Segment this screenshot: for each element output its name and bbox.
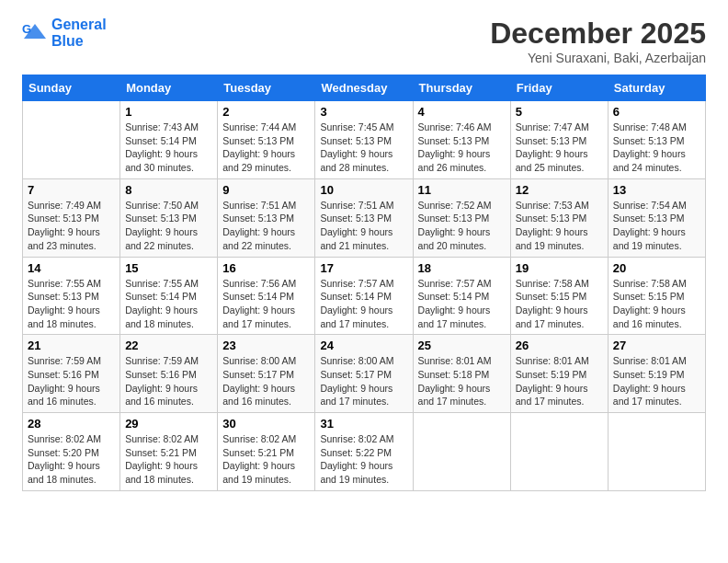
calendar-cell: 17Sunrise: 7:57 AMSunset: 5:14 PMDayligh… (315, 257, 413, 335)
header-day: Friday (510, 75, 608, 101)
calendar-cell: 4Sunrise: 7:46 AMSunset: 5:13 PMDaylight… (413, 101, 510, 179)
calendar-week-row: 21Sunrise: 7:59 AMSunset: 5:16 PMDayligh… (23, 335, 706, 413)
day-detail: Sunrise: 7:50 AMSunset: 5:13 PMDaylight:… (125, 199, 212, 253)
day-number: 14 (28, 261, 115, 275)
day-detail: Sunrise: 8:01 AMSunset: 5:19 PMDaylight:… (516, 354, 603, 408)
day-number: 8 (125, 183, 212, 197)
day-detail: Sunrise: 7:47 AMSunset: 5:13 PMDaylight:… (516, 121, 603, 175)
calendar-cell: 30Sunrise: 8:02 AMSunset: 5:21 PMDayligh… (218, 413, 315, 491)
page: G General Blue December 2025 Yeni Suraxa… (0, 0, 728, 502)
day-detail: Sunrise: 8:00 AMSunset: 5:17 PMDaylight:… (222, 354, 310, 408)
header-day: Tuesday (218, 75, 315, 101)
calendar-cell: 10Sunrise: 7:51 AMSunset: 5:13 PMDayligh… (315, 178, 413, 257)
day-detail: Sunrise: 8:00 AMSunset: 5:17 PMDaylight:… (320, 354, 407, 408)
day-detail: Sunrise: 7:43 AMSunset: 5:14 PMDaylight:… (125, 121, 212, 175)
day-number: 27 (613, 339, 700, 352)
logo-icon: G (22, 20, 48, 46)
day-detail: Sunrise: 7:49 AMSunset: 5:13 PMDaylight:… (28, 199, 115, 253)
calendar-cell: 28Sunrise: 8:02 AMSunset: 5:20 PMDayligh… (23, 413, 120, 491)
day-number: 12 (516, 183, 603, 197)
calendar-cell: 24Sunrise: 8:00 AMSunset: 5:17 PMDayligh… (315, 335, 413, 413)
day-detail: Sunrise: 7:51 AMSunset: 5:13 PMDaylight:… (222, 199, 310, 253)
day-number: 26 (516, 339, 603, 352)
day-detail: Sunrise: 8:02 AMSunset: 5:20 PMDaylight:… (28, 432, 115, 487)
calendar-week-row: 14Sunrise: 7:55 AMSunset: 5:13 PMDayligh… (23, 257, 706, 335)
day-number: 9 (222, 183, 310, 197)
day-detail: Sunrise: 7:57 AMSunset: 5:14 PMDaylight:… (418, 277, 506, 331)
day-number: 2 (222, 105, 310, 119)
calendar-cell: 1Sunrise: 7:43 AMSunset: 5:14 PMDaylight… (120, 101, 218, 179)
day-number: 19 (516, 261, 603, 275)
day-number: 1 (125, 105, 212, 119)
day-number: 15 (125, 261, 212, 275)
day-detail: Sunrise: 7:54 AMSunset: 5:13 PMDaylight:… (613, 199, 700, 253)
day-detail: Sunrise: 7:52 AMSunset: 5:13 PMDaylight:… (418, 199, 506, 253)
day-detail: Sunrise: 7:44 AMSunset: 5:13 PMDaylight:… (222, 121, 310, 175)
day-number: 29 (125, 417, 212, 431)
header-row: SundayMondayTuesdayWednesdayThursdayFrid… (23, 75, 706, 101)
logo-line1: General (51, 17, 107, 33)
header: G General Blue December 2025 Yeni Suraxa… (22, 17, 706, 65)
day-detail: Sunrise: 7:55 AMSunset: 5:13 PMDaylight:… (28, 277, 115, 331)
calendar-cell: 2Sunrise: 7:44 AMSunset: 5:13 PMDaylight… (218, 101, 315, 179)
day-number: 3 (320, 105, 407, 119)
calendar-cell (23, 101, 120, 179)
calendar-week-row: 7Sunrise: 7:49 AMSunset: 5:13 PMDaylight… (23, 178, 706, 257)
day-number: 28 (28, 417, 115, 431)
calendar-table: SundayMondayTuesdayWednesdayThursdayFrid… (22, 75, 706, 491)
calendar-cell: 11Sunrise: 7:52 AMSunset: 5:13 PMDayligh… (413, 178, 510, 257)
calendar-cell: 31Sunrise: 8:02 AMSunset: 5:22 PMDayligh… (315, 413, 413, 491)
day-number: 25 (418, 339, 506, 352)
calendar-cell: 27Sunrise: 8:01 AMSunset: 5:19 PMDayligh… (608, 335, 705, 413)
header-day: Saturday (608, 75, 705, 101)
day-detail: Sunrise: 7:46 AMSunset: 5:13 PMDaylight:… (418, 121, 506, 175)
calendar-cell: 5Sunrise: 7:47 AMSunset: 5:13 PMDaylight… (510, 101, 608, 179)
header-day: Monday (120, 75, 218, 101)
calendar-cell: 3Sunrise: 7:45 AMSunset: 5:13 PMDaylight… (315, 101, 413, 179)
title-area: December 2025 Yeni Suraxani, Baki, Azerb… (490, 17, 706, 65)
calendar-cell (510, 413, 608, 491)
calendar-cell: 25Sunrise: 8:01 AMSunset: 5:18 PMDayligh… (413, 335, 510, 413)
day-detail: Sunrise: 7:48 AMSunset: 5:13 PMDaylight:… (613, 121, 700, 175)
calendar-cell: 21Sunrise: 7:59 AMSunset: 5:16 PMDayligh… (23, 335, 120, 413)
calendar-cell: 18Sunrise: 7:57 AMSunset: 5:14 PMDayligh… (413, 257, 510, 335)
calendar-cell: 13Sunrise: 7:54 AMSunset: 5:13 PMDayligh… (608, 178, 705, 257)
day-number: 20 (613, 261, 700, 275)
day-number: 22 (125, 339, 212, 352)
day-number: 17 (320, 261, 407, 275)
day-number: 16 (222, 261, 310, 275)
day-number: 4 (418, 105, 506, 119)
day-detail: Sunrise: 8:01 AMSunset: 5:18 PMDaylight:… (418, 354, 506, 408)
day-detail: Sunrise: 7:51 AMSunset: 5:13 PMDaylight:… (320, 199, 407, 253)
location: Yeni Suraxani, Baki, Azerbaijan (490, 51, 706, 65)
day-number: 11 (418, 183, 506, 197)
day-detail: Sunrise: 7:59 AMSunset: 5:16 PMDaylight:… (28, 354, 115, 408)
calendar-cell (413, 413, 510, 491)
calendar-week-row: 28Sunrise: 8:02 AMSunset: 5:20 PMDayligh… (23, 413, 706, 491)
logo-line2: Blue (51, 33, 107, 50)
calendar-cell: 7Sunrise: 7:49 AMSunset: 5:13 PMDaylight… (23, 178, 120, 257)
day-detail: Sunrise: 7:59 AMSunset: 5:16 PMDaylight:… (125, 354, 212, 408)
day-detail: Sunrise: 8:02 AMSunset: 5:21 PMDaylight:… (125, 432, 212, 487)
calendar-cell: 12Sunrise: 7:53 AMSunset: 5:13 PMDayligh… (510, 178, 608, 257)
day-number: 7 (28, 183, 115, 197)
day-detail: Sunrise: 8:01 AMSunset: 5:19 PMDaylight:… (613, 354, 700, 408)
day-detail: Sunrise: 8:02 AMSunset: 5:22 PMDaylight:… (320, 432, 407, 487)
day-detail: Sunrise: 7:53 AMSunset: 5:13 PMDaylight:… (516, 199, 603, 253)
calendar-cell: 8Sunrise: 7:50 AMSunset: 5:13 PMDaylight… (120, 178, 218, 257)
day-number: 30 (222, 417, 310, 431)
day-detail: Sunrise: 7:58 AMSunset: 5:15 PMDaylight:… (516, 277, 603, 331)
calendar-cell: 16Sunrise: 7:56 AMSunset: 5:14 PMDayligh… (218, 257, 315, 335)
header-day: Sunday (23, 75, 120, 101)
header-day: Wednesday (315, 75, 413, 101)
day-detail: Sunrise: 7:45 AMSunset: 5:13 PMDaylight:… (320, 121, 407, 175)
day-number: 10 (320, 183, 407, 197)
calendar-cell: 9Sunrise: 7:51 AMSunset: 5:13 PMDaylight… (218, 178, 315, 257)
day-detail: Sunrise: 7:56 AMSunset: 5:14 PMDaylight:… (222, 277, 310, 331)
logo: G General Blue (22, 17, 107, 49)
month-title: December 2025 (490, 17, 706, 51)
day-number: 5 (516, 105, 603, 119)
calendar-cell: 22Sunrise: 7:59 AMSunset: 5:16 PMDayligh… (120, 335, 218, 413)
day-number: 31 (320, 417, 407, 431)
calendar-cell: 26Sunrise: 8:01 AMSunset: 5:19 PMDayligh… (510, 335, 608, 413)
